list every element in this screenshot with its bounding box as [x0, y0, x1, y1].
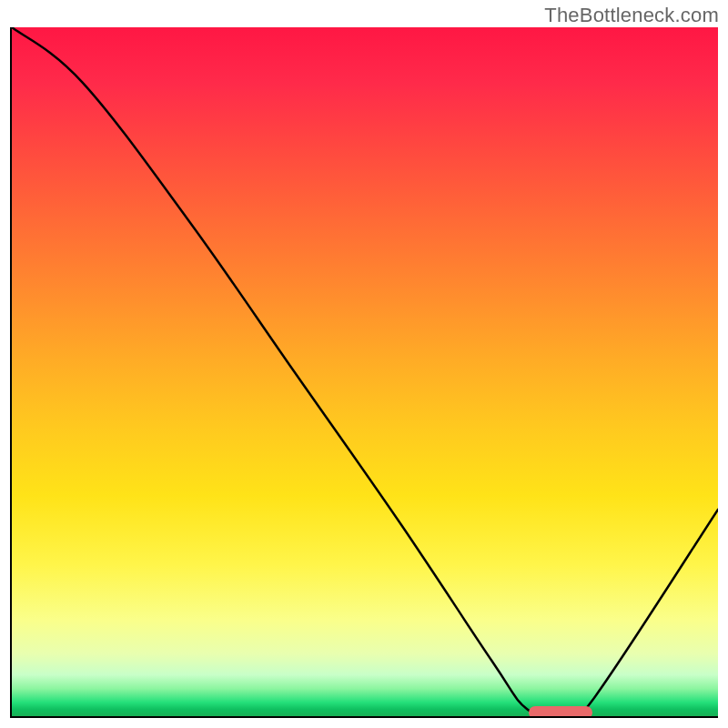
plot-area — [10, 27, 718, 718]
optimal-range-marker — [529, 706, 592, 718]
watermark-text: TheBottleneck.com — [544, 4, 719, 27]
bottleneck-curve — [12, 27, 718, 716]
chart-container: TheBottleneck.com — [0, 0, 728, 728]
